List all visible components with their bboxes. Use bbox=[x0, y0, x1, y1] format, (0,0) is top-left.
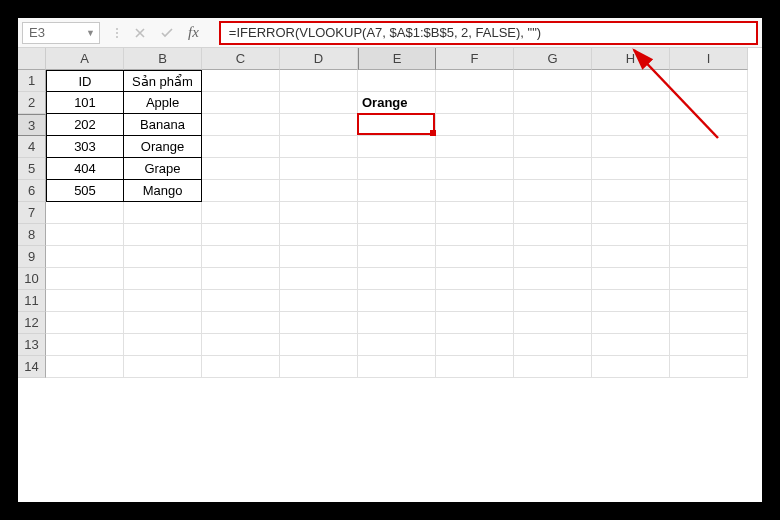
cell-G7[interactable] bbox=[514, 202, 592, 224]
formula-input[interactable]: =IFERROR(VLOOKUP(A7, $A$1:$B$5, 2, FALSE… bbox=[219, 21, 758, 45]
cell-H2[interactable] bbox=[592, 92, 670, 114]
cell-A8[interactable] bbox=[46, 224, 124, 246]
cell-G3[interactable] bbox=[514, 114, 592, 136]
cell-G14[interactable] bbox=[514, 356, 592, 378]
cell-D11[interactable] bbox=[280, 290, 358, 312]
cell-I8[interactable] bbox=[670, 224, 748, 246]
cell-E13[interactable] bbox=[358, 334, 436, 356]
cell-C7[interactable] bbox=[202, 202, 280, 224]
col-header-D[interactable]: D bbox=[280, 48, 358, 70]
cell-G8[interactable] bbox=[514, 224, 592, 246]
name-box[interactable]: E3 ▼ bbox=[22, 22, 100, 44]
cell-E7[interactable] bbox=[358, 202, 436, 224]
col-header-I[interactable]: I bbox=[670, 48, 748, 70]
cell-C13[interactable] bbox=[202, 334, 280, 356]
cell-I3[interactable] bbox=[670, 114, 748, 136]
cell-E14[interactable] bbox=[358, 356, 436, 378]
cell-B6[interactable]: Mango bbox=[124, 180, 202, 202]
cell-B2[interactable]: Apple bbox=[124, 92, 202, 114]
row-header-7[interactable]: 7 bbox=[18, 202, 46, 224]
cell-C9[interactable] bbox=[202, 246, 280, 268]
cell-G5[interactable] bbox=[514, 158, 592, 180]
cancel-icon[interactable] bbox=[134, 27, 146, 39]
row-header-1[interactable]: 1 bbox=[18, 70, 46, 92]
row-header-9[interactable]: 9 bbox=[18, 246, 46, 268]
col-header-C[interactable]: C bbox=[202, 48, 280, 70]
cell-B14[interactable] bbox=[124, 356, 202, 378]
cell-A2[interactable]: 101 bbox=[46, 92, 124, 114]
cell-B1[interactable]: Sản phẩm bbox=[124, 70, 202, 92]
cell-B12[interactable] bbox=[124, 312, 202, 334]
cell-B3[interactable]: Banana bbox=[124, 114, 202, 136]
cell-F11[interactable] bbox=[436, 290, 514, 312]
cell-A13[interactable] bbox=[46, 334, 124, 356]
cell-D9[interactable] bbox=[280, 246, 358, 268]
row-header-13[interactable]: 13 bbox=[18, 334, 46, 356]
cell-F8[interactable] bbox=[436, 224, 514, 246]
cell-G4[interactable] bbox=[514, 136, 592, 158]
row-header-8[interactable]: 8 bbox=[18, 224, 46, 246]
cell-I2[interactable] bbox=[670, 92, 748, 114]
cell-E8[interactable] bbox=[358, 224, 436, 246]
cell-C6[interactable] bbox=[202, 180, 280, 202]
cell-B13[interactable] bbox=[124, 334, 202, 356]
cell-D3[interactable] bbox=[280, 114, 358, 136]
cell-F4[interactable] bbox=[436, 136, 514, 158]
cell-B9[interactable] bbox=[124, 246, 202, 268]
chevron-down-icon[interactable]: ▼ bbox=[86, 28, 95, 38]
cell-H4[interactable] bbox=[592, 136, 670, 158]
cell-A14[interactable] bbox=[46, 356, 124, 378]
cell-B5[interactable]: Grape bbox=[124, 158, 202, 180]
cell-A4[interactable]: 303 bbox=[46, 136, 124, 158]
cell-E6[interactable] bbox=[358, 180, 436, 202]
row-header-11[interactable]: 11 bbox=[18, 290, 46, 312]
cell-D10[interactable] bbox=[280, 268, 358, 290]
cell-H14[interactable] bbox=[592, 356, 670, 378]
row-header-2[interactable]: 2 bbox=[18, 92, 46, 114]
cell-C11[interactable] bbox=[202, 290, 280, 312]
cell-H9[interactable] bbox=[592, 246, 670, 268]
spreadsheet-grid[interactable]: A B C D E F G H I 1 ID Sản phẩm bbox=[18, 48, 762, 378]
cell-I1[interactable] bbox=[670, 70, 748, 92]
cell-I12[interactable] bbox=[670, 312, 748, 334]
cell-D8[interactable] bbox=[280, 224, 358, 246]
cell-A7[interactable] bbox=[46, 202, 124, 224]
cell-E11[interactable] bbox=[358, 290, 436, 312]
fx-icon[interactable]: fx bbox=[188, 24, 199, 41]
cell-C8[interactable] bbox=[202, 224, 280, 246]
cell-C14[interactable] bbox=[202, 356, 280, 378]
cell-C4[interactable] bbox=[202, 136, 280, 158]
cell-H7[interactable] bbox=[592, 202, 670, 224]
cell-H13[interactable] bbox=[592, 334, 670, 356]
select-all-corner[interactable] bbox=[18, 48, 46, 70]
cell-A5[interactable]: 404 bbox=[46, 158, 124, 180]
cell-F1[interactable] bbox=[436, 70, 514, 92]
cell-F9[interactable] bbox=[436, 246, 514, 268]
cell-D5[interactable] bbox=[280, 158, 358, 180]
cell-D7[interactable] bbox=[280, 202, 358, 224]
row-header-6[interactable]: 6 bbox=[18, 180, 46, 202]
cell-H5[interactable] bbox=[592, 158, 670, 180]
cell-F10[interactable] bbox=[436, 268, 514, 290]
cell-G12[interactable] bbox=[514, 312, 592, 334]
cell-E12[interactable] bbox=[358, 312, 436, 334]
cell-G9[interactable] bbox=[514, 246, 592, 268]
col-header-G[interactable]: G bbox=[514, 48, 592, 70]
cell-H3[interactable] bbox=[592, 114, 670, 136]
cell-E2[interactable]: Orange bbox=[358, 92, 436, 114]
row-header-5[interactable]: 5 bbox=[18, 158, 46, 180]
cell-D14[interactable] bbox=[280, 356, 358, 378]
confirm-icon[interactable] bbox=[160, 27, 174, 39]
cell-F13[interactable] bbox=[436, 334, 514, 356]
col-header-E[interactable]: E bbox=[358, 48, 436, 70]
cell-D1[interactable] bbox=[280, 70, 358, 92]
cell-A1[interactable]: ID bbox=[46, 70, 124, 92]
cell-I11[interactable] bbox=[670, 290, 748, 312]
cell-I7[interactable] bbox=[670, 202, 748, 224]
cell-G11[interactable] bbox=[514, 290, 592, 312]
col-header-H[interactable]: H bbox=[592, 48, 670, 70]
cell-E1[interactable] bbox=[358, 70, 436, 92]
col-header-B[interactable]: B bbox=[124, 48, 202, 70]
cell-G1[interactable] bbox=[514, 70, 592, 92]
cell-H6[interactable] bbox=[592, 180, 670, 202]
